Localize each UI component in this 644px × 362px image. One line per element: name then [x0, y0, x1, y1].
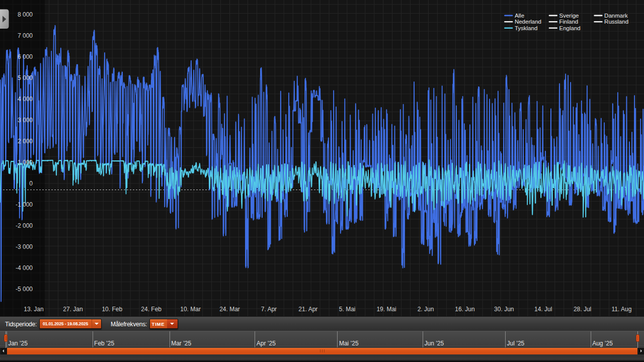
svg-text:0: 0	[29, 180, 33, 187]
svg-text:-3 000: -3 000	[16, 243, 33, 250]
svg-text:4 000: 4 000	[18, 96, 33, 103]
svg-text:7 000: 7 000	[18, 32, 33, 39]
svg-text:7. Apr: 7. Apr	[261, 306, 277, 313]
svg-text:10. Mar: 10. Mar	[180, 306, 201, 313]
svg-text:6 000: 6 000	[18, 53, 33, 60]
svg-text:Nederland: Nederland	[515, 19, 541, 25]
svg-text:Alle: Alle	[515, 13, 524, 19]
svg-text:2. Jun: 2. Jun	[418, 306, 434, 313]
svg-text:-4 000: -4 000	[16, 264, 33, 272]
svg-text:27. Jan: 27. Jan	[63, 306, 83, 313]
svg-text:-1 000: -1 000	[16, 201, 33, 208]
svg-text:-5 000: -5 000	[16, 286, 33, 293]
svg-text:11. Aug: 11. Aug	[612, 306, 632, 313]
svg-text:Finland: Finland	[559, 19, 579, 25]
svg-text:13. Jan: 13. Jan	[24, 306, 43, 313]
svg-text:24. Feb: 24. Feb	[141, 306, 162, 313]
svg-text:Russland: Russland	[604, 19, 628, 25]
svg-text:16. Jun: 16. Jun	[455, 306, 474, 313]
svg-text:Sverige: Sverige	[559, 13, 579, 19]
svg-text:5. Mai: 5. Mai	[339, 306, 356, 313]
svg-text:2 000: 2 000	[18, 138, 33, 145]
svg-text:8 000: 8 000	[18, 11, 33, 18]
svg-text:21. Apr: 21. Apr	[298, 306, 317, 313]
svg-text:19. Mai: 19. Mai	[376, 306, 396, 313]
svg-text:5 000: 5 000	[18, 74, 33, 81]
svg-text:1 000: 1 000	[18, 159, 33, 166]
svg-text:Danmark: Danmark	[604, 13, 628, 19]
svg-text:24. Mar: 24. Mar	[219, 306, 240, 313]
svg-text:England: England	[559, 25, 581, 31]
svg-text:30. Jun: 30. Jun	[494, 306, 514, 313]
svg-text:10. Feb: 10. Feb	[102, 306, 122, 313]
svg-text:14. Jul: 14. Jul	[534, 306, 552, 313]
svg-text:28. Jul: 28. Jul	[574, 306, 591, 313]
svg-text:-2 000: -2 000	[16, 222, 33, 229]
svg-text:3 000: 3 000	[18, 117, 33, 124]
svg-text:Tyskland: Tyskland	[515, 25, 537, 31]
